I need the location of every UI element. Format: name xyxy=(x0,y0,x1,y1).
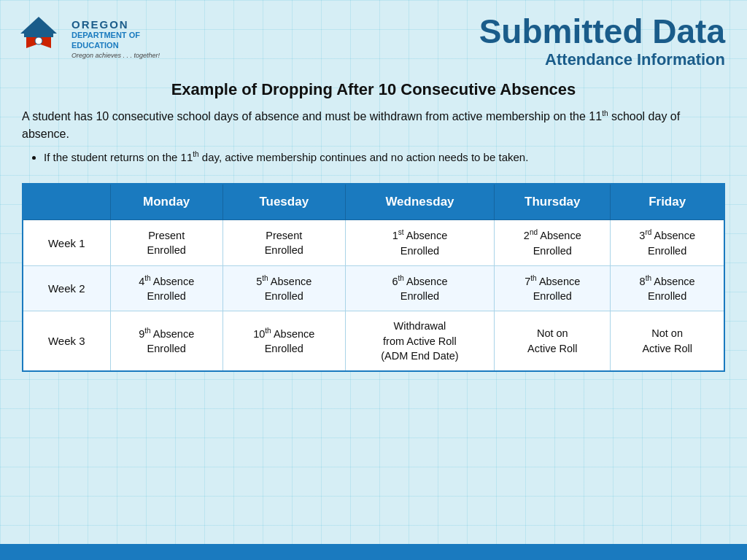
week-label: Week 1 xyxy=(23,220,110,265)
col-header-friday: Friday xyxy=(611,184,724,220)
example-heading: Example of Dropping After 10 Consecutive… xyxy=(22,80,725,99)
col-header-monday: Monday xyxy=(110,184,222,220)
cell-w2-thu: 7th AbsenceEnrolled xyxy=(495,265,611,311)
main-title: Submitted Data xyxy=(479,13,725,50)
cell-w1-wed: 1st AbsenceEnrolled xyxy=(345,220,495,265)
main-content: Example of Dropping After 10 Consecutive… xyxy=(0,77,747,544)
cell-w2-tue: 5th AbsenceEnrolled xyxy=(222,265,345,311)
cell-w2-wed: 6th AbsenceEnrolled xyxy=(345,265,495,311)
cell-w3-thu: Not onActive Roll xyxy=(495,311,611,371)
cell-w3-wed: Withdrawalfrom Active Roll(ADM End Date) xyxy=(345,311,495,371)
header-title-block: Submitted Data Attendance Information xyxy=(479,13,725,69)
cell-w3-tue: 10th AbsenceEnrolled xyxy=(222,311,345,371)
attendance-table: Monday Tuesday Wednesday Thursday Friday… xyxy=(22,183,725,372)
table-row: Week 1 PresentEnrolled PresentEnrolled 1… xyxy=(23,220,724,265)
oregon-logo xyxy=(13,13,64,64)
cell-w1-fri: 3rd AbsenceEnrolled xyxy=(611,220,724,265)
col-header-blank xyxy=(23,184,110,220)
logo-oregon-text: OREGON xyxy=(71,18,160,31)
sub-title: Attendance Information xyxy=(479,50,725,69)
table-row: Week 2 4th AbsenceEnrolled 5th AbsenceEn… xyxy=(23,265,724,311)
cell-w2-mon: 4th AbsenceEnrolled xyxy=(110,265,222,311)
svg-marker-0 xyxy=(20,17,57,34)
cell-w1-tue: PresentEnrolled xyxy=(222,220,345,265)
logo-area: OREGON DEPARTMENT OF EDUCATION Oregon ac… xyxy=(13,13,160,64)
table-header-row: Monday Tuesday Wednesday Thursday Friday xyxy=(23,184,724,220)
cell-w3-mon: 9th AbsenceEnrolled xyxy=(110,311,222,371)
svg-rect-1 xyxy=(24,34,53,37)
bullet-list: If the student returns on the 11th day, … xyxy=(44,149,725,166)
cell-w2-fri: 8th AbsenceEnrolled xyxy=(611,265,724,311)
bottom-bar xyxy=(0,544,747,560)
cell-w1-mon: PresentEnrolled xyxy=(110,220,222,265)
week-label: Week 2 xyxy=(23,265,110,311)
cell-w3-fri: Not onActive Roll xyxy=(611,311,724,371)
col-header-wednesday: Wednesday xyxy=(345,184,495,220)
logo-text-block: OREGON DEPARTMENT OF EDUCATION Oregon ac… xyxy=(71,18,160,58)
col-header-tuesday: Tuesday xyxy=(222,184,345,220)
svg-point-3 xyxy=(35,37,42,44)
table-row: Week 3 9th AbsenceEnrolled 10th AbsenceE… xyxy=(23,311,724,371)
cell-w1-thu: 2nd AbsenceEnrolled xyxy=(495,220,611,265)
col-header-thursday: Thursday xyxy=(495,184,611,220)
bullet-item: If the student returns on the 11th day, … xyxy=(44,149,725,166)
description-text: A student has 10 consecutive school days… xyxy=(22,108,725,143)
logo-tagline: Oregon achieves . . . together! xyxy=(71,52,160,59)
week-label: Week 3 xyxy=(23,311,110,371)
logo-dept-text: DEPARTMENT OF EDUCATION xyxy=(71,31,160,50)
header: OREGON DEPARTMENT OF EDUCATION Oregon ac… xyxy=(0,0,747,77)
attendance-table-container: Monday Tuesday Wednesday Thursday Friday… xyxy=(22,183,725,544)
